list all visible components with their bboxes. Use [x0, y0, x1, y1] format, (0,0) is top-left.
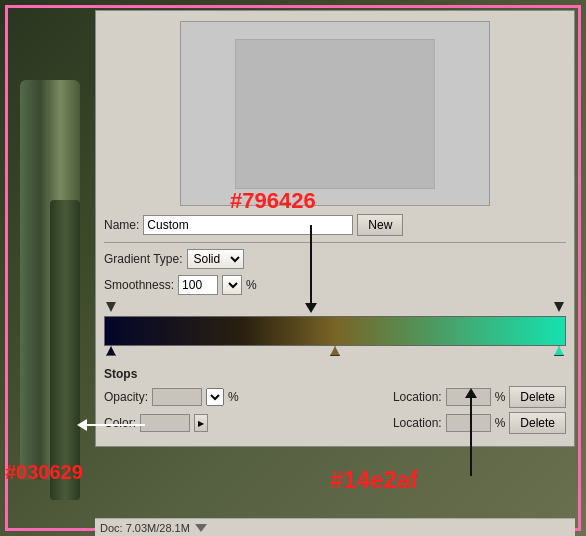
bottom-stop-mid[interactable]	[330, 346, 340, 356]
bottom-stop-right[interactable]	[554, 346, 564, 356]
doc-bar-text: Doc: 7.03M/28.1M	[100, 522, 190, 534]
gradient-preview-area	[180, 21, 490, 206]
gradient-bar-section	[96, 298, 574, 364]
opacity-label: Opacity:	[104, 390, 148, 404]
opacity-dropdown[interactable]	[206, 388, 224, 406]
name-input[interactable]	[143, 215, 353, 235]
color-swatch[interactable]	[140, 414, 190, 432]
smoothness-unit: %	[246, 278, 257, 292]
gradient-editor-dialog: Name: New Gradient Type: Solid Noise Smo…	[95, 10, 575, 447]
divider-1	[104, 242, 566, 243]
color-delete-button[interactable]: Delete	[509, 412, 566, 434]
color-label: Color:	[104, 416, 136, 430]
color-location-label: Location:	[393, 416, 442, 430]
opacity-row: Opacity: % Location: % Delete	[96, 384, 574, 410]
gradient-type-label: Gradient Type:	[104, 252, 183, 266]
pipe-decoration-2	[50, 200, 80, 500]
bottom-stop-left[interactable]	[106, 346, 116, 356]
color-location-input[interactable]	[446, 414, 491, 432]
arrow-up-annotation	[470, 396, 472, 476]
top-stops-row	[104, 302, 566, 316]
color-annotation-030629: #030629	[5, 461, 83, 484]
opacity-delete-button[interactable]: Delete	[509, 386, 566, 408]
gradient-type-row: Gradient Type: Solid Noise	[96, 246, 574, 272]
smoothness-select[interactable]	[222, 275, 242, 295]
opacity-location-unit: %	[495, 390, 506, 404]
color-annotation-14e2af: #14e2af	[330, 466, 418, 494]
color-location-unit: %	[495, 416, 506, 430]
top-stop-left[interactable]	[106, 302, 116, 312]
smoothness-row: Smoothness: %	[96, 272, 574, 298]
doc-bar-arrow[interactable]	[195, 524, 207, 532]
color-row: Color: ▶ Location: % Delete	[96, 410, 574, 436]
opacity-location-label: Location:	[393, 390, 442, 404]
gradient-bar[interactable]	[104, 316, 566, 346]
smoothness-label: Smoothness:	[104, 278, 174, 292]
stops-label: Stops	[96, 364, 574, 384]
doc-bar: Doc: 7.03M/28.1M	[95, 518, 575, 536]
gradient-type-select[interactable]: Solid Noise	[187, 249, 244, 269]
top-stop-right[interactable]	[554, 302, 564, 312]
color-swatch-arrow[interactable]: ▶	[194, 414, 208, 432]
name-row: Name: New	[96, 211, 574, 239]
opacity-input[interactable]	[152, 388, 202, 406]
opacity-unit: %	[228, 390, 239, 404]
arrow-down-annotation	[310, 225, 312, 305]
smoothness-input[interactable]	[178, 275, 218, 295]
new-button[interactable]: New	[357, 214, 403, 236]
arrow-left-annotation	[85, 424, 145, 426]
gradient-preview-inner	[235, 39, 435, 189]
bottom-stops-row	[104, 346, 566, 360]
name-label: Name:	[104, 218, 139, 232]
color-annotation-796426: #796426	[230, 188, 316, 214]
